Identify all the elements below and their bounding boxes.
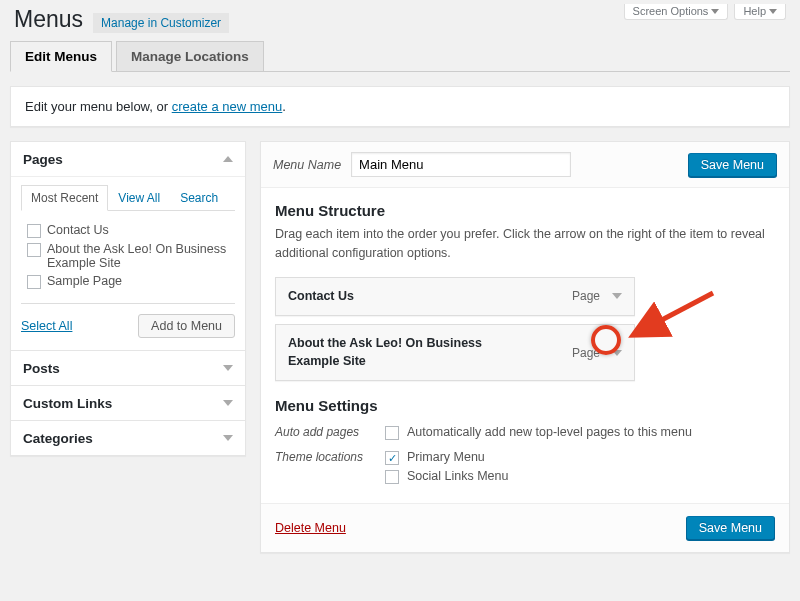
tab-manage-locations[interactable]: Manage Locations: [116, 41, 264, 72]
theme-locations-label: Theme locations: [275, 448, 385, 486]
save-menu-button[interactable]: Save Menu: [688, 153, 777, 177]
pages-tab-most-recent[interactable]: Most Recent: [21, 185, 108, 211]
metabox-custom-links-toggle[interactable]: Custom Links: [11, 386, 245, 420]
menu-item-type-label: Page: [572, 346, 600, 360]
screen-options-toggle[interactable]: Screen Options: [624, 4, 729, 20]
theme-location-label: Primary Menu: [407, 450, 485, 464]
manage-in-customizer-button[interactable]: Manage in Customizer: [93, 13, 229, 33]
chevron-down-icon[interactable]: [612, 350, 622, 356]
menu-name-input[interactable]: [351, 152, 571, 177]
create-new-menu-link[interactable]: create a new menu: [172, 99, 283, 114]
intro-prefix: Edit your menu below, or: [25, 99, 172, 114]
page-item[interactable]: Contact Us: [27, 221, 229, 240]
checkbox-icon[interactable]: ✓: [385, 451, 399, 465]
page-item[interactable]: Sample Page: [27, 272, 229, 291]
metabox-pages-toggle[interactable]: Pages: [11, 142, 245, 176]
checkbox-icon[interactable]: [27, 224, 41, 238]
select-all-link[interactable]: Select All: [21, 319, 72, 333]
menu-settings-title: Menu Settings: [275, 397, 775, 414]
checkbox-icon[interactable]: [27, 243, 41, 257]
menu-name-label: Menu Name: [273, 158, 341, 172]
menu-item-title: Contact Us: [288, 288, 572, 306]
metabox-custom-links-title: Custom Links: [23, 396, 112, 411]
metabox-posts-toggle[interactable]: Posts: [11, 351, 245, 385]
theme-location-option[interactable]: Social Links Menu: [385, 467, 508, 486]
menu-structure-help: Drag each item into the order you prefer…: [275, 225, 775, 263]
pages-tab-search[interactable]: Search: [170, 185, 228, 211]
page-item-label: About the Ask Leo! On Business Example S…: [47, 242, 229, 270]
chevron-down-icon: [711, 9, 719, 14]
auto-add-pages-text: Automatically add new top-level pages to…: [407, 425, 692, 439]
auto-add-pages-option[interactable]: Automatically add new top-level pages to…: [385, 423, 692, 442]
chevron-down-icon: [223, 435, 233, 441]
chevron-down-icon: [223, 400, 233, 406]
delete-menu-link[interactable]: Delete Menu: [275, 521, 346, 535]
menu-item[interactable]: About the Ask Leo! On Business Example S…: [275, 324, 635, 381]
tab-edit-menus[interactable]: Edit Menus: [10, 41, 112, 72]
chevron-down-icon: [223, 365, 233, 371]
metabox-categories-toggle[interactable]: Categories: [11, 421, 245, 455]
page-item-label: Contact Us: [47, 223, 109, 237]
intro-message: Edit your menu below, or create a new me…: [10, 86, 790, 127]
intro-suffix: .: [282, 99, 286, 114]
chevron-down-icon[interactable]: [612, 293, 622, 299]
auto-add-pages-label: Auto add pages: [275, 423, 385, 442]
checkbox-icon[interactable]: [27, 275, 41, 289]
save-menu-button-footer[interactable]: Save Menu: [686, 516, 775, 540]
screen-options-label: Screen Options: [633, 5, 709, 17]
page-title: Menus: [14, 6, 83, 33]
menu-item-type-label: Page: [572, 289, 600, 303]
chevron-down-icon: [769, 9, 777, 14]
checkbox-icon[interactable]: [385, 426, 399, 440]
chevron-up-icon: [223, 156, 233, 162]
checkbox-icon[interactable]: [385, 470, 399, 484]
page-item[interactable]: About the Ask Leo! On Business Example S…: [27, 240, 229, 272]
page-item-label: Sample Page: [47, 274, 122, 288]
add-to-menu-button[interactable]: Add to Menu: [138, 314, 235, 338]
metabox-categories-title: Categories: [23, 431, 93, 446]
theme-location-label: Social Links Menu: [407, 469, 508, 483]
pages-tab-view-all[interactable]: View All: [108, 185, 170, 211]
metabox-posts-title: Posts: [23, 361, 60, 376]
menu-item[interactable]: Contact Us Page: [275, 277, 635, 317]
menu-item-title: About the Ask Leo! On Business Example S…: [288, 335, 572, 370]
help-label: Help: [743, 5, 766, 17]
menu-structure-title: Menu Structure: [275, 202, 775, 219]
metabox-pages-title: Pages: [23, 152, 63, 167]
help-toggle[interactable]: Help: [734, 4, 786, 20]
theme-location-option[interactable]: ✓Primary Menu: [385, 448, 508, 467]
